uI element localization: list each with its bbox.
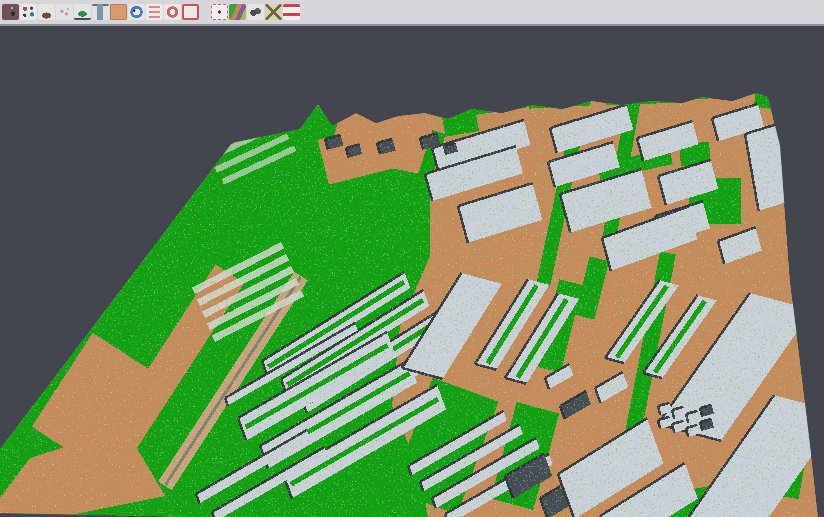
toolbar-button-layers[interactable] bbox=[146, 4, 163, 20]
toolbar-button-sparse-points[interactable] bbox=[56, 4, 73, 20]
application-window bbox=[0, 0, 824, 517]
toolbar bbox=[0, 0, 824, 26]
toolbar-button-profile-view[interactable] bbox=[92, 4, 109, 20]
toolbar-button-point-cloud[interactable] bbox=[2, 4, 19, 20]
viewport-3d[interactable] bbox=[0, 26, 824, 517]
toolbar-button-cross-section[interactable] bbox=[283, 4, 300, 20]
toolbar-button-ground-class[interactable] bbox=[110, 4, 127, 20]
toolbar-button-camera-view[interactable] bbox=[247, 4, 264, 20]
toolbar-button-classification-map[interactable] bbox=[229, 4, 246, 20]
toolbar-button-measure-tool[interactable] bbox=[265, 4, 282, 20]
toolbar-button-selection-frame[interactable] bbox=[182, 4, 199, 20]
speckle-overlay bbox=[0, 26, 824, 517]
toolbar-button-target-tool[interactable] bbox=[164, 4, 181, 20]
toolbar-button-classify-points[interactable] bbox=[20, 4, 37, 20]
point-cloud-layers bbox=[0, 26, 824, 517]
toolbar-button-vegetation-class[interactable] bbox=[74, 4, 91, 20]
toolbar-button-orbit-view[interactable] bbox=[128, 4, 145, 20]
point-cloud-scene[interactable] bbox=[0, 26, 824, 517]
vegetation-area bbox=[690, 85, 746, 100]
toolbar-button-terrain-model[interactable] bbox=[38, 4, 55, 20]
toolbar-button-clip-region[interactable] bbox=[211, 4, 228, 20]
